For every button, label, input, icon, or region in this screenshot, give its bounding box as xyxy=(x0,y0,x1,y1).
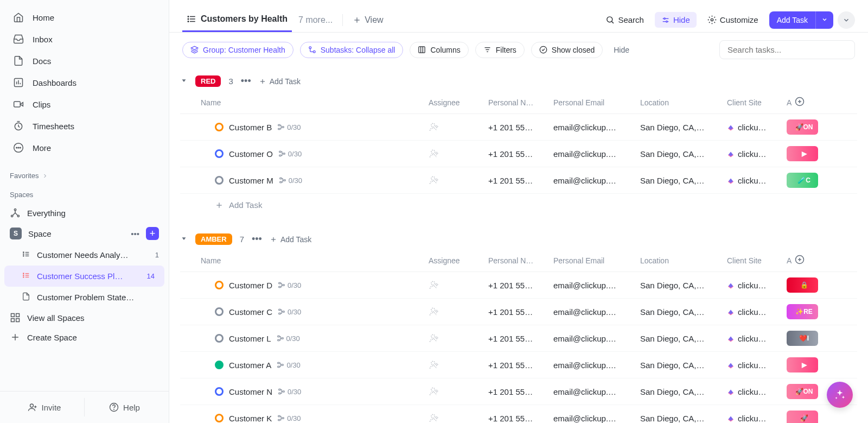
sidebar-item-everything[interactable]: Everything xyxy=(0,203,169,223)
status-dot[interactable] xyxy=(215,149,224,158)
invite-button[interactable]: Invite xyxy=(4,398,84,416)
sidebar-item-docs[interactable]: Docs xyxy=(4,50,164,72)
subtasks-pill[interactable]: Subtasks: Collapse all xyxy=(300,42,404,58)
filter-hide[interactable]: Hide xyxy=(614,46,629,54)
assignee-cell[interactable] xyxy=(429,333,488,344)
account-chip[interactable]: 🚀 xyxy=(787,411,818,423)
assignee-cell[interactable] xyxy=(429,359,488,370)
location-cell[interactable]: San Diego, CA,… xyxy=(640,307,727,317)
ai-fab[interactable] xyxy=(827,382,853,408)
sidebar-item-more[interactable]: More xyxy=(4,137,164,159)
location-cell[interactable]: San Diego, CA,… xyxy=(640,414,727,423)
create-space[interactable]: Create Space xyxy=(0,327,169,347)
group-more[interactable]: ••• xyxy=(252,233,262,245)
email-cell[interactable]: email@clickup.… xyxy=(553,281,640,290)
sidebar-list-item[interactable]: Customer Needs Analy… 1 xyxy=(0,244,169,266)
collapse-toggle[interactable] xyxy=(180,235,188,244)
col-name[interactable]: Name xyxy=(201,256,429,265)
subtask-indicator[interactable]: 0/30 xyxy=(279,176,302,185)
task-name[interactable]: Customer B xyxy=(229,123,272,132)
account-chip[interactable]: 🧪C xyxy=(787,173,818,188)
filters-pill[interactable]: Filters xyxy=(475,42,525,58)
sidebar-list-item[interactable]: Customer Problem Statem… xyxy=(0,287,169,308)
site-cell[interactable]: clicku… xyxy=(727,149,787,159)
task-name[interactable]: Customer D xyxy=(229,281,272,290)
assignee-cell[interactable] xyxy=(429,413,488,423)
task-name[interactable]: Customer L xyxy=(229,334,271,343)
col-assignee[interactable]: Assignee xyxy=(429,98,488,107)
status-dot[interactable] xyxy=(215,176,224,185)
phone-cell[interactable]: +1 201 55… xyxy=(488,281,553,290)
assignee-cell[interactable] xyxy=(429,386,488,397)
subtask-indicator[interactable]: 0/30 xyxy=(277,414,301,422)
phone-cell[interactable]: +1 201 55… xyxy=(488,149,553,159)
task-name[interactable]: Customer A xyxy=(229,361,271,370)
email-cell[interactable]: email@clickup.… xyxy=(553,361,640,370)
col-name[interactable]: Name xyxy=(201,98,429,107)
sidebar-item-inbox[interactable]: Inbox xyxy=(4,28,164,50)
task-row[interactable]: Customer N 0/30 +1 201 55… email@clickup… xyxy=(180,378,857,405)
add-column[interactable] xyxy=(795,97,805,108)
location-cell[interactable]: San Diego, CA,… xyxy=(640,281,727,290)
site-cell[interactable]: clicku… xyxy=(727,123,787,132)
phone-cell[interactable]: +1 201 55… xyxy=(488,176,553,185)
add-view[interactable]: View xyxy=(353,15,383,25)
task-row[interactable]: Customer A 0/30 +1 201 55… email@clickup… xyxy=(180,352,857,378)
task-row[interactable]: Customer C 0/30 +1 201 55… email@clickup… xyxy=(180,299,857,325)
col-email[interactable]: Personal Email xyxy=(553,256,640,265)
account-chip[interactable]: ▶ xyxy=(787,146,818,161)
email-cell[interactable]: email@clickup.… xyxy=(553,123,640,132)
site-cell[interactable]: clicku… xyxy=(727,176,787,185)
view-tab-active[interactable]: Customers by Health xyxy=(182,8,292,32)
subtask-indicator[interactable]: 0/30 xyxy=(277,361,300,369)
task-name[interactable]: Customer O xyxy=(229,149,273,159)
task-name[interactable]: Customer C xyxy=(229,307,272,317)
task-row[interactable]: Customer K 0/30 +1 201 55… email@clickup… xyxy=(180,405,857,423)
sidebar-item-home[interactable]: Home xyxy=(4,7,164,28)
chevron-down-icon[interactable] xyxy=(815,11,833,29)
col-assignee[interactable]: Assignee xyxy=(429,256,488,265)
sidebar-item-clips[interactable]: Clips xyxy=(4,93,164,115)
task-name[interactable]: Customer M xyxy=(229,176,273,185)
site-cell[interactable]: clicku… xyxy=(727,361,787,370)
status-dot[interactable] xyxy=(215,307,224,316)
col-site[interactable]: Client Site xyxy=(727,98,787,107)
subtask-indicator[interactable]: 0/30 xyxy=(278,150,302,158)
status-dot[interactable] xyxy=(215,387,224,396)
site-cell[interactable]: clicku… xyxy=(727,307,787,317)
status-badge[interactable]: RED xyxy=(195,75,221,87)
account-chip[interactable]: ▶ xyxy=(787,357,818,373)
email-cell[interactable]: email@clickup.… xyxy=(553,387,640,396)
status-badge[interactable]: AMBER xyxy=(195,233,232,245)
location-cell[interactable]: San Diego, CA,… xyxy=(640,149,727,159)
hide-button[interactable]: Hide xyxy=(655,12,697,28)
col-phone[interactable]: Personal N… xyxy=(488,98,553,107)
site-cell[interactable]: clicku… xyxy=(727,414,787,423)
phone-cell[interactable]: +1 201 55… xyxy=(488,361,553,370)
collapse-toggle[interactable] xyxy=(180,77,188,86)
location-cell[interactable]: San Diego, CA,… xyxy=(640,387,727,396)
assignee-cell[interactable] xyxy=(429,148,488,159)
location-cell[interactable]: San Diego, CA,… xyxy=(640,361,727,370)
sidebar-item-timesheets[interactable]: Timesheets xyxy=(4,115,164,137)
favorites-label[interactable]: Favorites xyxy=(0,165,169,184)
phone-cell[interactable]: +1 201 55… xyxy=(488,334,553,343)
site-cell[interactable]: clicku… xyxy=(727,334,787,343)
task-row[interactable]: Customer D 0/30 +1 201 55… email@clickup… xyxy=(180,272,857,299)
email-cell[interactable]: email@clickup.… xyxy=(553,307,640,317)
email-cell[interactable]: email@clickup.… xyxy=(553,176,640,185)
sidebar-item-dashboards[interactable]: Dashboards xyxy=(4,72,164,93)
group-add-task[interactable]: Add Task xyxy=(259,77,301,86)
email-cell[interactable]: email@clickup.… xyxy=(553,149,640,159)
phone-cell[interactable]: +1 201 55… xyxy=(488,414,553,423)
status-dot[interactable] xyxy=(215,361,224,369)
group-pill[interactable]: Group: Customer Health xyxy=(182,42,293,58)
task-row[interactable]: Customer L 0/30 +1 201 55… email@clickup… xyxy=(180,325,857,352)
col-email[interactable]: Personal Email xyxy=(553,98,640,107)
add-button[interactable]: + xyxy=(146,227,159,240)
add-column[interactable] xyxy=(795,255,805,266)
search-button[interactable]: Search xyxy=(599,12,650,28)
more-icon[interactable]: ••• xyxy=(131,229,139,238)
task-name[interactable]: Customer N xyxy=(229,387,272,396)
columns-pill[interactable]: Columns xyxy=(410,42,468,58)
